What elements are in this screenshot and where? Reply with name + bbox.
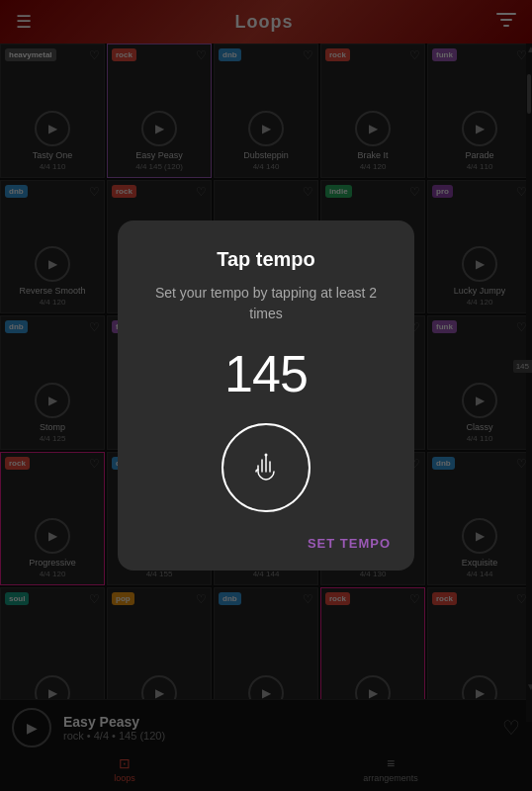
modal-overlay: Tap tempo Set your tempo by tapping at l… xyxy=(0,0,532,791)
set-tempo-button[interactable]: SET TEMPO xyxy=(141,536,391,551)
svg-point-3 xyxy=(265,454,268,457)
modal-title: Tap tempo xyxy=(141,248,391,271)
tap-button[interactable] xyxy=(222,423,310,512)
modal-description: Set your tempo by tapping at least 2 tim… xyxy=(141,283,391,324)
tempo-display: 145 xyxy=(141,344,391,403)
tap-tempo-modal: Tap tempo Set your tempo by tapping at l… xyxy=(118,220,414,571)
